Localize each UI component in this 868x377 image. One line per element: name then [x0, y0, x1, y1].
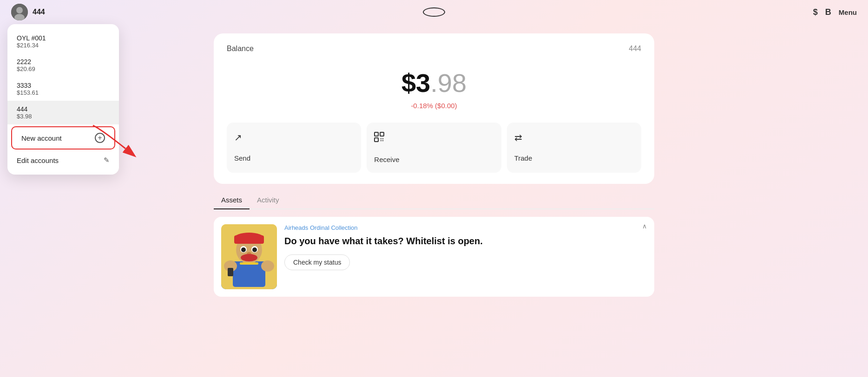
- svg-rect-6: [375, 138, 378, 142]
- edit-pencil-icon: ✎: [104, 156, 110, 164]
- menu-button[interactable]: Menu: [839, 8, 857, 16]
- account-item-oyl001[interactable]: OYL #001 $216.34: [7, 30, 119, 53]
- svg-rect-8: [382, 138, 383, 139]
- edit-accounts-button[interactable]: Edit accounts ✎: [7, 151, 119, 169]
- balance-whole: $3: [401, 68, 430, 98]
- plus-icon: +: [95, 133, 105, 143]
- svg-rect-4: [375, 132, 378, 136]
- svg-rect-12: [233, 261, 265, 287]
- logo-oval: [423, 7, 445, 17]
- balance-account-id: 444: [629, 45, 641, 53]
- header-right: $ B Menu: [813, 7, 857, 17]
- send-button[interactable]: ↗ Send: [227, 123, 361, 173]
- receive-icon: [374, 132, 384, 144]
- svg-rect-7: [381, 138, 381, 139]
- tab-activity[interactable]: Activity: [250, 191, 287, 209]
- svg-point-18: [241, 247, 246, 252]
- svg-rect-24: [240, 262, 258, 265]
- edit-accounts-label: Edit accounts: [17, 156, 59, 164]
- svg-point-21: [241, 254, 257, 261]
- balance-amount-display: $3.98: [227, 68, 641, 98]
- account-balance-3333: $153.61: [17, 89, 39, 96]
- account-id-oyl001: OYL #001: [17, 34, 46, 42]
- svg-point-1: [16, 7, 23, 13]
- send-icon: ↗: [234, 132, 242, 143]
- tab-assets[interactable]: Assets: [214, 191, 250, 209]
- avatar: [11, 4, 28, 20]
- account-balance-444: $3.98: [17, 113, 32, 120]
- account-balance-oyl001: $216.34: [17, 42, 46, 49]
- account-item-444[interactable]: 444 $3.98: [7, 101, 119, 124]
- account-item-3333[interactable]: 3333 $153.61: [7, 77, 119, 101]
- check-status-button[interactable]: Check my status: [284, 254, 350, 270]
- balance-card: Balance 444 $3.98 -0.18% ($0.00) ↗ Send: [214, 33, 654, 184]
- logo: [423, 7, 445, 17]
- main-content: Balance 444 $3.98 -0.18% ($0.00) ↗ Send: [214, 24, 654, 377]
- collapse-button[interactable]: ∧: [642, 222, 647, 230]
- asset-image: [221, 224, 277, 289]
- svg-rect-25: [228, 268, 233, 276]
- asset-collection: Airheads Ordinal Collection: [284, 224, 647, 231]
- svg-rect-10: [382, 140, 383, 141]
- header: 444 $ B Menu: [0, 0, 868, 24]
- tabs-row: Assets Activity: [214, 191, 654, 209]
- balance-change: -0.18% ($0.00): [227, 102, 641, 110]
- receive-button[interactable]: Receive: [367, 123, 501, 173]
- receive-label: Receive: [374, 156, 399, 163]
- account-id-2222: 2222: [17, 58, 35, 65]
- trade-label: Trade: [514, 154, 533, 162]
- svg-rect-15: [234, 235, 264, 244]
- balance-label: Balance: [227, 45, 254, 53]
- account-id-444: 444: [17, 105, 32, 113]
- asset-card: Airheads Ordinal Collection Do you have …: [214, 217, 654, 297]
- svg-point-23: [261, 260, 274, 272]
- btc-currency-button[interactable]: B: [825, 7, 831, 17]
- trade-icon: ⇄: [514, 132, 522, 143]
- trade-button[interactable]: ⇄ Trade: [507, 123, 641, 173]
- svg-point-19: [252, 247, 257, 252]
- asset-title: Do you have what it takes? Whitelist is …: [284, 235, 647, 247]
- balance-decimal: .98: [430, 68, 467, 98]
- account-switcher-trigger[interactable]: 444: [11, 4, 45, 20]
- header-account-name: 444: [33, 8, 45, 16]
- usd-currency-button[interactable]: $: [813, 7, 818, 17]
- account-balance-2222: $20.69: [17, 65, 35, 72]
- new-account-label: New account: [21, 134, 62, 142]
- account-item-2222[interactable]: 2222 $20.69: [7, 53, 119, 77]
- svg-rect-5: [380, 132, 384, 136]
- send-label: Send: [234, 154, 250, 162]
- account-id-3333: 3333: [17, 82, 39, 89]
- new-account-button[interactable]: New account +: [11, 126, 115, 150]
- svg-rect-9: [381, 140, 381, 141]
- account-dropdown: OYL #001 $216.34 2222 $20.69 3333 $153.6…: [7, 24, 119, 175]
- balance-header: Balance 444: [227, 45, 641, 53]
- actions-row: ↗ Send Receive ⇄: [227, 123, 641, 173]
- asset-content: Airheads Ordinal Collection Do you have …: [284, 224, 647, 270]
